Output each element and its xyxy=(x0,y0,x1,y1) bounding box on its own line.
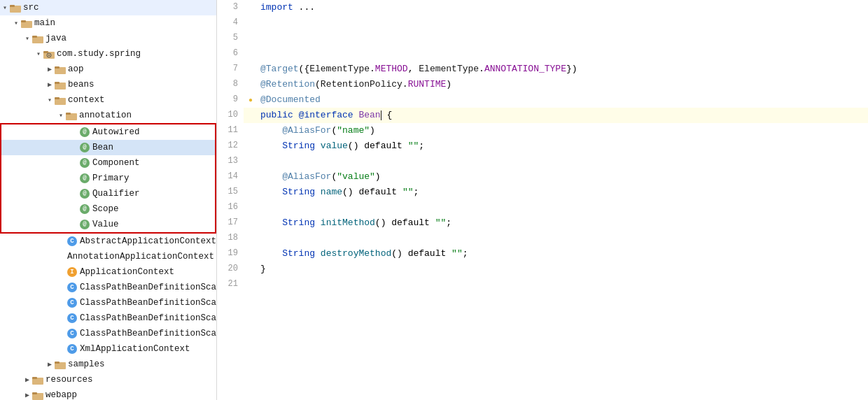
code-line-16: 16 xyxy=(217,200,868,215)
code-token: ) xyxy=(370,125,375,136)
tree-arrow-annotation[interactable]: ▾ xyxy=(56,111,66,120)
tree-item-label: src xyxy=(23,3,39,13)
sidebar-item-Qualifier[interactable]: @Qualifier xyxy=(1,186,215,201)
code-token: () default xyxy=(348,141,408,151)
breakpoint-icon: ● xyxy=(248,97,253,104)
code-token: @interface xyxy=(299,110,354,120)
code-token: @AliasFor xyxy=(260,125,331,136)
sidebar-item-AbstractApplicationContext[interactable]: CAbstractApplicationContext xyxy=(0,234,216,249)
line-content: @AliasFor("value") xyxy=(258,169,868,185)
folder-icon xyxy=(55,360,66,369)
tree-arrow-context[interactable]: ▾ xyxy=(45,96,55,104)
folder-icon xyxy=(32,391,43,400)
sidebar-item-java[interactable]: ▾ java xyxy=(0,31,216,46)
code-token xyxy=(315,217,321,228)
code-token: "" xyxy=(435,217,447,228)
svg-rect-15 xyxy=(55,97,59,99)
sidebar-item-beans[interactable]: ▶ beans xyxy=(0,77,216,92)
file-tree[interactable]: ▾ src▾ main▾ java▾ com.study.spring▶ aop… xyxy=(0,0,217,400)
tree-arrow-webapp[interactable]: ▶ xyxy=(22,391,32,399)
tree-arrow-resources[interactable]: ▶ xyxy=(22,376,32,384)
line-gutter xyxy=(244,46,258,62)
tree-arrow-main[interactable]: ▾ xyxy=(11,19,21,27)
line-content: String value() default ""; xyxy=(258,138,868,154)
sidebar-item-AnnotationApplicationContext[interactable]: AnnotationApplicationContext xyxy=(0,249,216,264)
line-gutter xyxy=(244,231,258,246)
code-editor: 3import ...4567@Target({ElementType.METH… xyxy=(217,0,868,400)
sidebar-item-ClassPathBeanDefinitionScanner_2[interactable]: CClassPathBeanDefinitionScanner_ xyxy=(0,310,216,326)
sidebar-item-src[interactable]: ▾ src xyxy=(0,0,216,15)
svg-rect-7 xyxy=(43,51,48,53)
annotation-highlight-box: @Autowired@Bean@Component@Primary@Qualif… xyxy=(0,123,216,234)
tree-arrow-samples[interactable]: ▶ xyxy=(45,360,55,369)
sidebar-item-ClassPathBeanDefinitionScanner[interactable]: CClassPathBeanDefinitionScanner xyxy=(0,280,216,295)
sidebar-item-XmlApplicationContext[interactable]: CXmlApplicationContext xyxy=(0,341,216,357)
tree-arrow-com.study.spring[interactable]: ▾ xyxy=(34,50,43,58)
line-number: 11 xyxy=(217,123,244,138)
line-content: @Target({ElementType.METHOD, ElementType… xyxy=(258,62,868,77)
code-token: ) xyxy=(375,171,381,182)
line-gutter xyxy=(244,277,258,292)
code-token xyxy=(315,248,321,259)
sidebar-item-context[interactable]: ▾ context xyxy=(0,92,216,108)
code-line-21: 21 xyxy=(217,277,868,292)
sidebar-item-webapp[interactable]: ▶ webapp xyxy=(0,387,216,400)
folder-icon xyxy=(32,376,43,385)
sidebar-item-main[interactable]: ▾ main xyxy=(0,15,216,31)
tree-item-label: Component xyxy=(92,158,140,168)
folder-icon xyxy=(32,34,43,43)
code-token: import xyxy=(260,2,293,13)
sidebar-item-annotation[interactable]: ▾ annotation xyxy=(0,108,216,123)
tree-item-label: Bean xyxy=(92,143,113,152)
tree-arrow-src[interactable]: ▾ xyxy=(0,3,10,12)
sidebar-item-Primary[interactable]: @Primary xyxy=(1,171,215,186)
tree-arrow-beans[interactable]: ▶ xyxy=(45,80,55,89)
tree-item-label: Scope xyxy=(92,204,119,214)
sidebar-item-ClassPathBeanDefinitionScanner_1[interactable]: CClassPathBeanDefinitionScanner_ xyxy=(0,295,216,310)
code-token xyxy=(260,187,282,197)
svg-rect-3 xyxy=(21,20,26,22)
sidebar-item-Bean[interactable]: @Bean xyxy=(1,140,215,155)
sidebar-item-Component[interactable]: @Component xyxy=(1,155,215,171)
line-number: 6 xyxy=(217,46,244,62)
sidebar-item-resources[interactable]: ▶ resources xyxy=(0,372,216,387)
sidebar-item-com.study.spring[interactable]: ▾ com.study.spring xyxy=(0,46,216,62)
line-gutter xyxy=(244,200,258,215)
folder-icon xyxy=(55,65,66,74)
line-number: 3 xyxy=(217,0,244,15)
line-number: 20 xyxy=(217,262,244,277)
line-content: String destroyMethod() default ""; xyxy=(258,246,868,262)
line-number: 19 xyxy=(217,246,244,262)
code-line-13: 13 xyxy=(217,154,868,169)
sidebar-item-Autowired[interactable]: @Autowired xyxy=(1,124,215,140)
tree-item-label: aop xyxy=(68,64,84,74)
code-token: RUNTIME xyxy=(408,79,447,90)
tree-item-label: Value xyxy=(92,220,119,229)
code-token: () default xyxy=(391,248,451,259)
code-token: ; xyxy=(414,187,419,197)
line-content: import ... xyxy=(258,0,868,15)
sidebar-item-ClassPathBeanDefinitionScanner_3[interactable]: CClassPathBeanDefinitionScanner_ xyxy=(0,326,216,341)
line-number: 7 xyxy=(217,62,244,77)
sidebar-item-ApplicationContext[interactable]: IApplicationContext xyxy=(0,264,216,280)
code-line-6: 6 xyxy=(217,46,868,62)
code-token: () default xyxy=(375,217,435,228)
sidebar-item-aop[interactable]: ▶ aop xyxy=(0,62,216,77)
folder-icon xyxy=(55,80,66,90)
line-gutter: ● xyxy=(244,92,258,108)
code-token: }) xyxy=(566,64,578,74)
svg-rect-23 xyxy=(32,392,37,394)
code-line-18: 18 xyxy=(217,231,868,246)
sidebar-item-Scope[interactable]: @Scope xyxy=(1,201,215,217)
line-number: 16 xyxy=(217,200,244,215)
tree-arrow-java[interactable]: ▾ xyxy=(22,34,32,43)
sidebar-item-Value[interactable]: @Value xyxy=(1,217,215,232)
svg-rect-17 xyxy=(66,113,71,115)
tree-arrow-aop[interactable]: ▶ xyxy=(45,65,55,73)
sidebar-item-samples[interactable]: ▶ samples xyxy=(0,357,216,372)
line-number: 4 xyxy=(217,15,244,31)
line-gutter xyxy=(244,31,258,46)
folder-icon xyxy=(10,3,21,13)
tree-item-label: ClassPathBeanDefinitionScanner xyxy=(80,283,217,292)
annotation-icon: @ xyxy=(80,127,90,137)
